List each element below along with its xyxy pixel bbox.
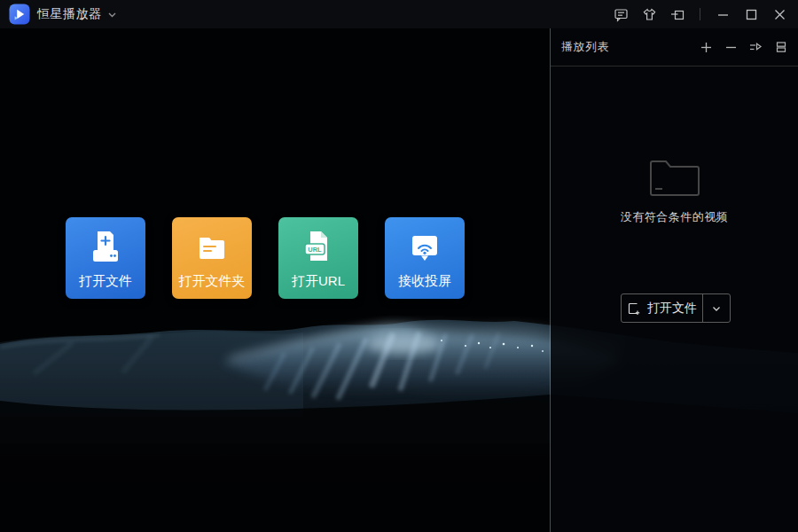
tile-label: 接收投屏 bbox=[398, 273, 451, 290]
screen-cast-icon bbox=[404, 227, 445, 268]
playlist-open-file-button: 打开文件 bbox=[621, 293, 731, 323]
file-add-icon bbox=[627, 301, 641, 316]
url-document-icon: URL bbox=[298, 227, 339, 268]
playlist-panel: 播放列表 bbox=[551, 28, 798, 532]
url-badge: URL bbox=[308, 246, 322, 254]
chevron-down-icon[interactable] bbox=[107, 10, 117, 20]
playlist-empty-state: 没有符合条件的视频 bbox=[551, 151, 798, 225]
playlist-empty-text: 没有符合条件的视频 bbox=[621, 209, 729, 225]
mini-mode-icon[interactable] bbox=[669, 6, 685, 22]
titlebar-actions bbox=[613, 0, 798, 28]
playlist-add-icon[interactable] bbox=[700, 41, 713, 54]
folder-icon bbox=[192, 227, 232, 268]
open-file-dropdown-icon[interactable] bbox=[703, 294, 730, 322]
open-file-action[interactable]: 打开文件 bbox=[622, 294, 702, 322]
playlist-remove-icon[interactable] bbox=[724, 41, 738, 54]
close-icon[interactable] bbox=[771, 6, 787, 22]
minimize-icon[interactable] bbox=[715, 6, 731, 22]
tile-label: 打开URL bbox=[292, 273, 345, 290]
file-plus-icon bbox=[85, 227, 126, 268]
open-url-tile[interactable]: URL 打开URL bbox=[278, 217, 358, 299]
tile-label: 打开文件夹 bbox=[179, 273, 246, 290]
maximize-icon[interactable] bbox=[743, 6, 759, 22]
play-order-icon[interactable] bbox=[749, 41, 763, 54]
app-title[interactable]: 恒星播放器 bbox=[37, 6, 102, 22]
app-logo-icon[interactable] bbox=[9, 4, 30, 25]
receive-cast-tile[interactable]: 接收投屏 bbox=[385, 217, 465, 299]
open-file-tile[interactable]: 打开文件 bbox=[66, 217, 145, 299]
feedback-icon[interactable] bbox=[613, 6, 629, 22]
titlebar-separator bbox=[700, 8, 700, 20]
control-bar: PC bbox=[0, 483, 798, 532]
tile-label: 打开文件 bbox=[79, 273, 132, 290]
empty-folder-icon bbox=[644, 151, 706, 200]
player-window: 恒星播放器 bbox=[0, 0, 798, 532]
playlist-header: 播放列表 bbox=[551, 28, 798, 66]
open-file-label: 打开文件 bbox=[647, 301, 697, 317]
layout-list-icon[interactable] bbox=[774, 41, 787, 54]
skin-tshirt-icon[interactable] bbox=[641, 6, 657, 22]
open-folder-tile[interactable]: 打开文件夹 bbox=[172, 217, 252, 299]
playlist-title: 播放列表 bbox=[561, 39, 609, 55]
playlist-tools bbox=[700, 41, 787, 54]
titlebar: 恒星播放器 bbox=[0, 0, 798, 28]
